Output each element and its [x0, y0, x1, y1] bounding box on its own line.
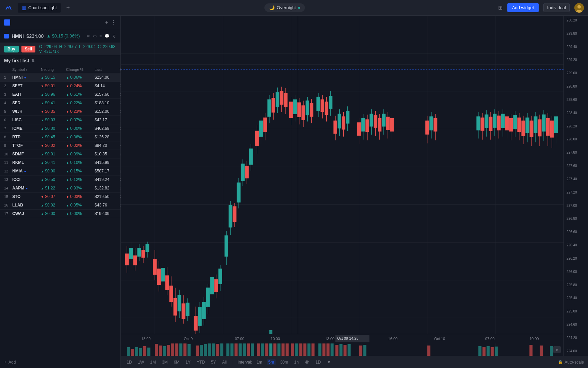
list-dropdown-icon[interactable]: ⇅ [31, 58, 35, 63]
table-row[interactable]: 14 AAPM● ▲ $1.22 ▲ 0.93% $132.82 306,7X [0, 184, 120, 193]
svg-rect-178 [546, 119, 550, 136]
chart-type-icon[interactable]: ⩢ [112, 34, 116, 39]
interval-1m[interactable]: 1m [255, 359, 264, 365]
period-1y[interactable]: 1Y [184, 359, 192, 365]
svg-rect-186 [135, 347, 138, 356]
table-row[interactable]: 15 STO● ▼ $0.07 ▼ 0.03% $219.50 26,4X [0, 193, 120, 201]
volume: 2,5X [120, 169, 120, 173]
interval-expand[interactable]: ▼ [325, 359, 333, 365]
l-value: 229.04 [83, 44, 96, 49]
table-row[interactable]: 10 SDMF● ▲ $0.01 ▲ 0.09% $10.85 2,5X [0, 150, 120, 158]
svg-rect-144 [477, 117, 480, 130]
svg-rect-56 [210, 277, 214, 294]
period-all[interactable]: All [220, 359, 228, 365]
symbol-cell: SFFT● [12, 83, 39, 88]
last-price: $419.24 [95, 177, 118, 182]
period-6m[interactable]: 6M [172, 359, 181, 365]
table-row[interactable]: 17 CWAJ● ▲ $0.00 ▲ 0.00% $192.39 [0, 210, 120, 218]
last-price: $234.00 [95, 75, 118, 80]
individual-select[interactable]: Individual [543, 3, 570, 12]
table-row[interactable]: 1 HMNI● ▲ $0.15 ▲ 0.06% $234.00 7,9X [0, 73, 120, 82]
topbar-center: 🌙 Overnight [75, 3, 494, 12]
table-row[interactable]: 11 RKML● ▲ $0.41 ▲ 0.10% $415.99 [0, 158, 120, 167]
pencil-icon[interactable]: ✏ [87, 34, 90, 39]
expand-button[interactable]: » [553, 346, 561, 353]
layout-icon[interactable]: ⊞ [498, 4, 503, 11]
row-number: 7 [4, 126, 11, 131]
table-row[interactable]: 4 SFD● ▲ $0.41 ▲ 0.22% $188.10 2,9X [0, 99, 120, 107]
svg-rect-172 [534, 117, 537, 133]
interval-1h[interactable]: 1h [293, 359, 300, 365]
col-symbol[interactable]: Symbol ↑ [12, 67, 39, 72]
o-value: 229.04 [45, 44, 57, 49]
svg-text:Oct 10: Oct 10 [434, 337, 445, 341]
buy-button[interactable]: Buy [4, 46, 19, 52]
rectangle-icon[interactable]: ▭ [93, 34, 97, 39]
table-row[interactable]: 6 LISC● ▲ $0.03 ▲ 0.07% $42.17 1X [0, 116, 120, 124]
svg-rect-203 [212, 343, 215, 356]
col-net-chg[interactable]: Net chg [41, 67, 65, 72]
table-row[interactable]: 5 WIJH● ▼ $0.35 ▼ 0.23% $152.00 1,3X [0, 107, 120, 116]
svg-rect-36 [165, 276, 169, 290]
last-price: $43.76 [95, 203, 118, 208]
svg-rect-241 [491, 347, 494, 356]
user-avatar[interactable] [574, 3, 584, 13]
align-icon[interactable]: ≡ [99, 34, 102, 39]
last-price: $10.85 [95, 152, 118, 156]
svg-rect-40 [174, 298, 177, 315]
period-5y[interactable]: 5Y [209, 359, 218, 365]
add-symbol-row[interactable]: + Add [0, 356, 120, 368]
sell-button[interactable]: Sell [21, 46, 35, 52]
table-row[interactable]: 8 BTP● ▲ $0.45 ▲ 0.36% $126.28 1X [0, 133, 120, 141]
interval-5m[interactable]: 5m [267, 359, 276, 365]
chart-canvas[interactable]: .candle-up { fill: #26a69a; stroke: #26a… [121, 16, 588, 356]
period-1w[interactable]: 1W [136, 359, 146, 365]
overnight-badge[interactable]: 🌙 Overnight [264, 3, 305, 12]
price-level: 226.80 [565, 217, 587, 220]
period-1m[interactable]: 1M [148, 359, 158, 365]
add-tab-button[interactable]: + [65, 3, 71, 13]
interval-4h[interactable]: 4h [303, 359, 311, 365]
add-widget-button[interactable]: Add widget [507, 3, 539, 12]
col-change-pct[interactable]: Change % [66, 67, 93, 72]
app-logo [4, 3, 14, 13]
price-level: 225.80 [565, 283, 587, 287]
period-3m[interactable]: 3M [160, 359, 169, 365]
table-row[interactable]: 7 ICME● ▲ $0.00 ▲ 0.00% $462.68 X [0, 124, 120, 133]
change-pct: ▲ 0.06% [66, 75, 93, 80]
svg-rect-122 [362, 119, 365, 132]
v-label: V [39, 49, 42, 54]
more-options-icon[interactable]: ⋮ [111, 19, 116, 26]
net-change: ▼ $0.01 [41, 83, 65, 88]
comment-icon[interactable]: 💬 [104, 34, 110, 39]
table-row[interactable]: 3 EAIT● ▲ $0.96 ▲ 0.61% $157.60 10,2X [0, 90, 120, 99]
svg-rect-232 [339, 344, 342, 356]
svg-rect-128 [374, 116, 377, 127]
interval-1d-chart[interactable]: 1D [314, 359, 322, 365]
candlestick-chart[interactable]: .candle-up { fill: #26a69a; stroke: #26a… [121, 16, 564, 356]
price-level: 227.20 [565, 190, 587, 194]
volume: 1X [120, 135, 120, 139]
auto-scale[interactable]: 🔒 Auto-scale [558, 360, 584, 365]
price-level: 229.80 [565, 32, 587, 35]
period-ytd[interactable]: YTD [195, 359, 207, 365]
price-level: 224.00 [565, 349, 587, 353]
list-header: My first list ⇅ [0, 55, 120, 66]
svg-rect-191 [159, 346, 162, 356]
svg-rect-52 [202, 302, 206, 319]
add-symbol-icon[interactable]: + [105, 19, 108, 26]
svg-text:07:00: 07:00 [485, 337, 495, 341]
svg-rect-22 [133, 256, 137, 265]
svg-rect-204 [216, 344, 219, 356]
table-row[interactable]: 13 ICCI● ▲ $0.50 ▲ 0.12% $419.24 2,1X [0, 175, 120, 184]
period-1d[interactable]: 1D [125, 359, 133, 365]
interval-30m[interactable]: 30m [278, 359, 290, 365]
col-last[interactable]: Last [95, 67, 118, 72]
table-row[interactable]: 9 TTOF● ▼ $0.02 ▼ 0.02% $94.20 4X [0, 141, 120, 150]
chart-spotlight-tab[interactable]: ▦ Chart spotlight [18, 3, 61, 13]
table-row[interactable]: 16 LLAB● ▲ $0.02 ▲ 0.05% $43.76 2X [0, 201, 120, 210]
table-row[interactable]: 2 SFFT● ▼ $0.01 ▼ 0.24% $4.14 X [0, 82, 120, 90]
svg-rect-237 [427, 346, 430, 356]
table-row[interactable]: 12 NMIA● ▲ $0.90 ▲ 0.15% $587.17 2,5X [0, 167, 120, 175]
c-value: 229.63 [103, 44, 115, 49]
